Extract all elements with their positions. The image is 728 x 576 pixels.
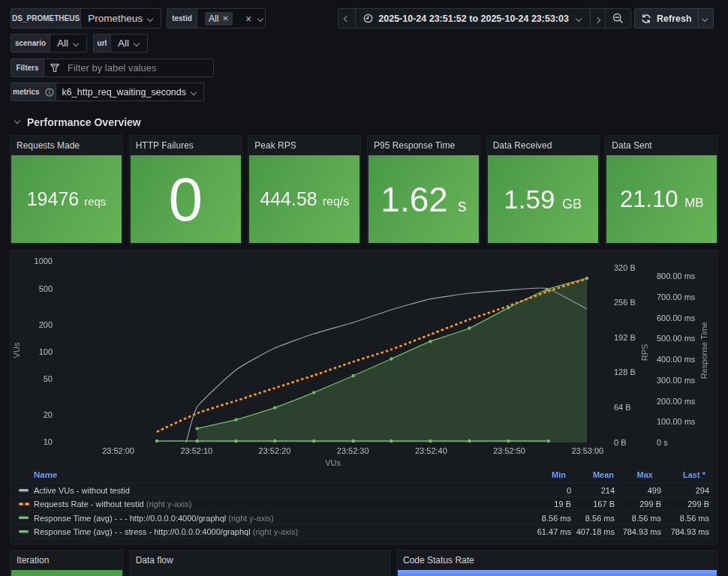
svg-text:8.56 ms: 8.56 ms: [680, 514, 710, 523]
svg-text:Min: Min: [552, 470, 566, 479]
svg-text:214: 214: [601, 486, 615, 495]
svg-text:Name: Name: [34, 470, 57, 479]
svg-text:0 B: 0 B: [614, 438, 627, 447]
svg-text:RPS: RPS: [640, 344, 649, 362]
svg-text:0: 0: [567, 486, 571, 495]
svg-text:400.00 ms: 400.00 ms: [657, 355, 696, 364]
svg-text:800.00 ms: 800.00 ms: [657, 272, 696, 280]
svg-text:20: 20: [44, 410, 53, 419]
svg-text:8.56 ms: 8.56 ms: [542, 514, 572, 523]
svg-text:Response Time (avg) - - - http: Response Time (avg) - - - http://0.0.0.0…: [34, 514, 274, 523]
svg-text:300.00 ms: 300.00 ms: [657, 376, 696, 385]
svg-text:299 B: 299 B: [639, 500, 661, 508]
svg-text:499: 499: [648, 486, 661, 495]
svg-text:23:52:30: 23:52:30: [337, 446, 369, 455]
svg-text:1000: 1000: [35, 256, 53, 266]
svg-text:407.18 ms: 407.18 ms: [576, 527, 615, 536]
svg-text:23:52:10: 23:52:10: [180, 446, 212, 455]
svg-text:VUs: VUs: [12, 342, 21, 358]
svg-text:200.00 ms: 200.00 ms: [657, 397, 696, 406]
svg-text:100.00 ms: 100.00 ms: [657, 417, 696, 426]
svg-text:600.00 ms: 600.00 ms: [657, 314, 696, 322]
svg-text:0 s: 0 s: [657, 438, 668, 447]
svg-text:8.56 ms: 8.56 ms: [585, 514, 615, 523]
svg-text:Requests Rate - without testid: Requests Rate - without testid (right y-…: [34, 500, 191, 508]
svg-text:19 B: 19 B: [554, 500, 571, 508]
svg-text:128 B: 128 B: [614, 368, 636, 376]
svg-text:Active VUs - without testid: Active VUs - without testid: [34, 486, 130, 495]
svg-text:Response Time: Response Time: [699, 322, 708, 379]
svg-text:500.00 ms: 500.00 ms: [657, 334, 696, 343]
svg-text:192 B: 192 B: [614, 333, 636, 342]
svg-text:23:52:40: 23:52:40: [415, 446, 447, 455]
svg-text:VUs: VUs: [325, 458, 341, 467]
svg-text:10: 10: [44, 437, 53, 446]
svg-text:299 B: 299 B: [687, 500, 709, 508]
svg-text:Last *: Last *: [683, 470, 706, 479]
svg-text:23:52:50: 23:52:50: [493, 446, 525, 455]
svg-text:50: 50: [44, 374, 53, 383]
svg-text:Response Time (avg) - - stress: Response Time (avg) - - stress - http://…: [34, 527, 298, 536]
svg-text:784.93 ms: 784.93 ms: [671, 527, 710, 536]
svg-text:700.00 ms: 700.00 ms: [657, 292, 696, 302]
svg-text:500: 500: [39, 284, 53, 293]
svg-text:100: 100: [39, 347, 53, 356]
svg-text:23:53:00: 23:53:00: [571, 446, 603, 455]
svg-text:167 B: 167 B: [593, 500, 615, 508]
svg-text:294: 294: [696, 486, 709, 495]
svg-text:Mean: Mean: [593, 470, 614, 479]
svg-text:256 B: 256 B: [614, 298, 636, 307]
svg-text:784.93 ms: 784.93 ms: [623, 527, 662, 536]
svg-text:64 B: 64 B: [614, 403, 631, 412]
svg-text:23:52:00: 23:52:00: [102, 446, 134, 455]
svg-text:61.47 ms: 61.47 ms: [537, 527, 572, 536]
svg-text:320 B: 320 B: [614, 263, 636, 272]
svg-text:200: 200: [39, 320, 53, 329]
svg-text:8.56 ms: 8.56 ms: [632, 514, 662, 523]
svg-text:23:52:20: 23:52:20: [259, 446, 291, 455]
svg-text:Max: Max: [637, 470, 654, 479]
